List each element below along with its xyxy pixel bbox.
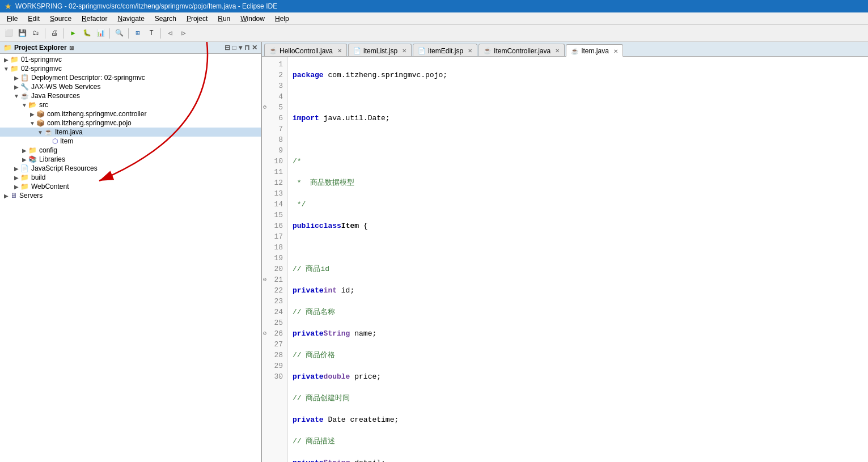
menu-navigate[interactable]: Navigate bbox=[113, 14, 149, 24]
tree-item-class[interactable]: ⬡ Item bbox=[0, 137, 261, 146]
code-line-5: /* bbox=[293, 156, 863, 167]
tree-build[interactable]: ▶ 📁 build bbox=[0, 173, 261, 182]
tree-label: src bbox=[39, 101, 48, 109]
print-btn[interactable]: 🖨 bbox=[48, 27, 61, 40]
menu-bar: File Edit Source Refactor Navigate Searc… bbox=[0, 12, 868, 25]
code-line-17: private Date createtime; bbox=[293, 414, 863, 425]
menu-file[interactable]: File bbox=[2, 14, 22, 24]
tab-label: itemList.jsp bbox=[363, 47, 397, 55]
tab-item-java[interactable]: ☕ Item.java ✕ bbox=[566, 44, 623, 57]
tree-arrow: ▶ bbox=[2, 193, 10, 199]
debug-btn[interactable]: 🐛 bbox=[81, 27, 93, 40]
java-resources-icon: ☕ bbox=[20, 92, 29, 100]
tree-js-resources[interactable]: ▶ 📄 JavaScript Resources bbox=[0, 164, 261, 173]
line-num-20: 20 bbox=[262, 264, 287, 274]
tree-java-resources[interactable]: ▼ ☕ Java Resources bbox=[0, 91, 261, 100]
code-content[interactable]: package com.itzheng.springmvc.pojo; impo… bbox=[288, 57, 868, 462]
code-editor[interactable]: 1 2 3 4 ⊖5 6 7 8 9 10 11 12 13 14 15 16 … bbox=[262, 57, 868, 462]
prev-edit-btn[interactable]: ◁ bbox=[164, 27, 176, 40]
tree-webcontent[interactable]: ▶ 📁 WebContent bbox=[0, 182, 261, 191]
tree-libraries[interactable]: ▶ 📚 Libraries bbox=[0, 155, 261, 164]
code-line-4 bbox=[293, 134, 863, 145]
tab-label: Item.java bbox=[581, 47, 609, 55]
explorer-maximize-icon[interactable]: □ bbox=[232, 44, 236, 52]
java-file-icon: ☕ bbox=[44, 128, 53, 136]
tab-label: ItemController.java bbox=[494, 47, 551, 55]
tree-deployment[interactable]: ▶ 📋 Deployment Descriptor: 02-springmvc bbox=[0, 73, 261, 82]
sep5 bbox=[160, 28, 161, 39]
menu-refactor[interactable]: Refactor bbox=[77, 14, 112, 24]
code-line-8: public class Item { bbox=[293, 221, 863, 231]
coverage-btn[interactable]: 📊 bbox=[94, 27, 107, 40]
js-resources-icon: 📄 bbox=[20, 164, 29, 172]
explorer-tree: ▶ 📁 01-springmvc ▼ 📁 02-springmvc ▶ 📋 De… bbox=[0, 54, 261, 462]
tree-label: JavaScript Resources bbox=[31, 164, 98, 172]
menu-search[interactable]: Search bbox=[150, 14, 181, 24]
menu-project[interactable]: Project bbox=[182, 14, 212, 24]
explorer-header-controls: ⊟ □ ▾ ⊓ ✕ bbox=[225, 44, 257, 52]
tab-close-icon[interactable]: ✕ bbox=[402, 48, 407, 54]
tab-item-controller[interactable]: ☕ ItemController.java ✕ bbox=[479, 44, 565, 56]
tree-label: JAX-WS Web Services bbox=[31, 83, 100, 91]
tab-close-icon[interactable]: ✕ bbox=[555, 48, 560, 54]
servers-icon: 🖥 bbox=[10, 192, 17, 200]
explorer-menu-icon[interactable]: ▾ bbox=[239, 44, 242, 52]
sep4 bbox=[128, 28, 129, 39]
eclipse-icon: ★ bbox=[5, 2, 12, 11]
tree-02-springmvc[interactable]: ▼ 📁 02-springmvc bbox=[0, 64, 261, 73]
tab-icon: 📄 bbox=[418, 47, 426, 54]
explorer-minimize-icon[interactable]: ⊟ bbox=[225, 44, 230, 52]
menu-source[interactable]: Source bbox=[45, 14, 76, 24]
line-num-7: 7 bbox=[262, 124, 287, 134]
tab-item-edit[interactable]: 📄 itemEdit.jsp ✕ bbox=[413, 44, 477, 56]
tab-hello-controll[interactable]: ☕ HelloControll.java ✕ bbox=[264, 44, 347, 56]
tree-controller-pkg[interactable]: ▶ 📦 com.itzheng.springmvc.controller bbox=[0, 109, 261, 118]
line-num-14: 14 bbox=[262, 199, 287, 210]
menu-help[interactable]: Help bbox=[270, 14, 294, 24]
tree-label: com.itzheng.springmvc.controller bbox=[47, 110, 146, 118]
tree-arrow: ▶ bbox=[20, 156, 28, 163]
toolbar: ⬜ 💾 🗂 🖨 ▶ 🐛 📊 🔍 ⊞ T ◁ ▷ bbox=[0, 25, 868, 42]
tab-item-list[interactable]: 📄 itemList.jsp ✕ bbox=[348, 44, 412, 56]
save-btn[interactable]: 💾 bbox=[16, 27, 28, 40]
explorer-close-btn[interactable]: ✕ bbox=[252, 44, 257, 52]
tree-label: WebContent bbox=[31, 183, 69, 190]
code-line-19: private String detail; bbox=[293, 457, 863, 462]
new-btn[interactable]: ⬜ bbox=[2, 27, 15, 40]
open-perspective-btn[interactable]: ⊞ bbox=[132, 27, 144, 40]
tree-servers[interactable]: ▶ 🖥 Servers bbox=[0, 191, 261, 200]
code-line-15: private double price; bbox=[293, 371, 863, 382]
menu-run[interactable]: Run bbox=[213, 14, 235, 24]
tree-jax-ws[interactable]: ▶ 🔧 JAX-WS Web Services bbox=[0, 82, 261, 91]
tree-label: 02-springmvc bbox=[21, 65, 62, 73]
tree-item-java[interactable]: ▼ ☕ Item.java bbox=[0, 128, 261, 137]
line-num-11: 11 bbox=[262, 167, 287, 177]
sep3 bbox=[109, 28, 110, 39]
search-btn[interactable]: 🔍 bbox=[113, 27, 125, 40]
menu-edit[interactable]: Edit bbox=[23, 14, 44, 24]
tree-src[interactable]: ▼ 📂 src bbox=[0, 100, 261, 109]
tree-label: com.itzheng.springmvc.pojo bbox=[47, 119, 132, 127]
tree-config[interactable]: ▶ 📁 config bbox=[0, 146, 261, 155]
explorer-close-icon[interactable]: ⊠ bbox=[69, 45, 74, 51]
tree-01-springmvc[interactable]: ▶ 📁 01-springmvc bbox=[0, 55, 261, 64]
code-line-7: */ bbox=[293, 199, 863, 210]
open-type-btn[interactable]: T bbox=[145, 27, 158, 40]
save-all-btn[interactable]: 🗂 bbox=[29, 27, 42, 40]
next-edit-btn[interactable]: ▷ bbox=[177, 27, 190, 40]
tree-arrow: ▼ bbox=[2, 66, 10, 72]
line-num-1: 1 bbox=[262, 59, 287, 70]
tab-close-icon[interactable]: ✕ bbox=[468, 48, 472, 54]
tree-arrow: ▶ bbox=[28, 111, 36, 117]
run-btn[interactable]: ▶ bbox=[67, 27, 79, 40]
code-line-1: package com.itzheng.springmvc.pojo; bbox=[293, 70, 863, 80]
tab-icon: ☕ bbox=[571, 48, 579, 55]
tree-pojo-pkg[interactable]: ▼ 📦 com.itzheng.springmvc.pojo bbox=[0, 118, 261, 128]
tab-close-icon[interactable]: ✕ bbox=[337, 48, 342, 54]
menu-window[interactable]: Window bbox=[236, 14, 269, 24]
tab-close-icon[interactable]: ✕ bbox=[613, 48, 618, 54]
tab-icon: ☕ bbox=[269, 47, 277, 54]
tab-label: HelloControll.java bbox=[280, 47, 333, 55]
tree-label: Item.java bbox=[55, 128, 83, 136]
explorer-pin-icon[interactable]: ⊓ bbox=[244, 44, 249, 52]
